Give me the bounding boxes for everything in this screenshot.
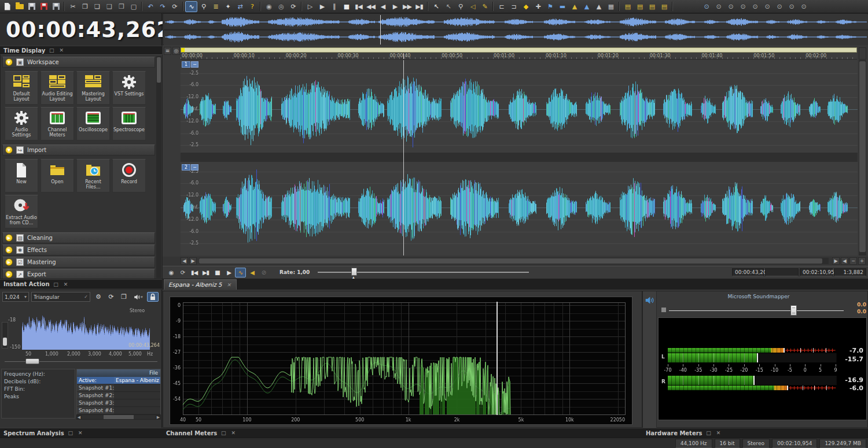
statistics-icon[interactable]: ▦ [605,1,617,12]
sidebar-item-new[interactable]: New [5,159,38,192]
overview-canvas[interactable] [164,14,868,45]
time-ruler[interactable]: 00:00:0000:00:1000:00:2000:00:3000:00:40… [181,53,857,60]
save-icon[interactable] [25,1,38,12]
vertical-scrollbar[interactable] [859,60,866,256]
slider-track[interactable] [669,310,844,311]
peak-rebuild-icon[interactable]: ▲ [580,1,593,12]
step-forward-icon[interactable]: ▶ [389,1,401,12]
step-back-icon[interactable]: ◀ [377,1,389,12]
waveform-canvas[interactable] [181,60,858,256]
sidebar-item-channel-meters[interactable]: Channel Meters [41,107,74,140]
table-row[interactable]: Snapshot #4: [77,407,160,414]
sidebar-item-mastering-layout[interactable]: Mastering Layout [76,71,110,105]
fx-slot-3-icon[interactable]: ⊙ [737,1,749,12]
cut-icon[interactable]: ✂ [67,1,79,12]
drop-marker-icon[interactable]: ◆ [520,1,532,12]
record-button[interactable]: ◉ [165,268,176,277]
slider-thumb[interactable] [3,338,7,346]
repeat-icon[interactable]: ⟳ [168,1,181,12]
monitor-playback-icon[interactable]: ▾ [131,292,146,302]
snapshot-icon[interactable]: ❐ [118,292,130,302]
table-scrollbar[interactable]: ◀ ▶ [76,414,161,420]
undo-icon[interactable]: ↶ [144,1,156,12]
section-header-mastering[interactable]: ▶☑Mastering [2,257,155,268]
speaker-icon[interactable] [645,295,654,306]
mute-button[interactable]: ⊘ [258,268,269,277]
slider-thumb[interactable] [790,305,797,316]
float-window-icon[interactable]: □ [220,430,227,436]
scroll-left-button[interactable]: ◀ [181,257,188,265]
marker-flag-icon[interactable]: ⚑ [544,1,556,12]
zoom-select-icon[interactable]: ⚲ [454,1,466,12]
sidebar-item-vst-settings[interactable]: VST Settings [112,71,146,105]
sidebar-item-audio-settings[interactable]: Audio Settings [5,107,38,140]
close-icon[interactable]: ✕ [230,430,237,436]
pencil-tool-icon[interactable]: ✎ [479,1,491,12]
horizontal-scrollbar[interactable] [199,258,829,264]
close-icon[interactable]: ✕ [77,430,84,436]
burn-track-icon[interactable]: ▤ [621,1,634,12]
zoom-ratio-field[interactable]: 1:3,882 [834,268,866,276]
slider-thumb[interactable] [351,268,357,276]
fx-slot-8-icon[interactable]: ⊙ [797,1,810,12]
expand-icon[interactable]: ▶ [5,234,13,242]
minimize-channel-icon[interactable]: − [191,61,198,68]
lock-tape-icon[interactable]: ▤ [646,1,658,12]
gain-link-icon[interactable] [661,308,666,312]
fx-slot-6-icon[interactable]: ⊙ [773,1,785,12]
minimize-channel-icon[interactable]: − [191,164,198,171]
close-icon[interactable]: ✕ [225,282,232,288]
zoom-in-button[interactable]: + [858,257,866,265]
play-icon[interactable]: ▶ [316,1,328,12]
spectrum-analysis-tab[interactable]: Spectrum Analysis [3,430,64,436]
sidebar-scrollbar[interactable] [156,56,161,278]
table-row[interactable]: Snapshot #2: [77,392,160,399]
go-to-end-button[interactable]: ▶▮ [200,268,211,277]
table-header[interactable]: File [77,369,160,377]
close-icon[interactable]: ✕ [58,47,65,54]
scrollbar-thumb[interactable] [199,258,822,264]
sidebar-item-audio-editing-layout[interactable]: Audio Editing Layout [41,71,74,105]
db-zoom-slider[interactable] [2,322,8,349]
document-tab[interactable]: Espana - Albeniz 5 ✕ [164,279,237,290]
channel-number[interactable]: 1 [182,61,190,68]
go-to-start-icon[interactable]: ▮◀ [352,1,365,12]
sidebar-item-default-layout[interactable]: Default Layout [5,71,38,105]
refresh-icon[interactable]: ⟳ [105,292,117,302]
table-row[interactable]: Snapshot #3: [77,399,160,407]
sidebar-item-open[interactable]: Open [41,159,74,192]
section-header-cleaning[interactable]: ▶▨Cleaning [2,232,155,243]
play-all-icon[interactable]: ▷ [304,1,316,12]
lock-icon[interactable] [147,292,159,302]
fx-favorites-icon[interactable]: ⊙ [700,1,712,12]
close-icon[interactable]: ✕ [715,430,722,436]
write-protect-icon[interactable]: ▤ [658,1,670,12]
audition-icon[interactable]: ◁ [466,1,479,12]
refresh-icon[interactable]: ⟳ [287,1,299,12]
event-tool-icon[interactable]: ✦ [222,1,234,12]
fx-slot-4-icon[interactable]: ⊙ [749,1,761,12]
zoom-out-button[interactable]: − [849,257,857,265]
scrollbar-thumb[interactable] [859,61,866,252]
save-as-icon[interactable] [38,1,50,12]
close-icon[interactable]: ✕ [62,281,69,288]
slider-track[interactable] [318,272,529,273]
audition-button[interactable]: ◀ [247,268,258,277]
fft-size-select[interactable]: 1,024▾ [2,292,29,302]
sidebar-item-recent-files[interactable]: Recent Files... [76,159,110,192]
sidebar-item-record[interactable]: Record [112,159,146,192]
sidebar-item-spectroscope[interactable]: Spectroscope [112,107,146,140]
sidebar-item-extract-audio-from-cd[interactable]: Extract Audio from CD... [5,195,38,228]
hardware-meters-tab[interactable]: Hardware Meters [646,430,703,436]
zoom-selection-button[interactable]: ▶ [832,257,840,265]
stop-icon[interactable]: ■ [340,1,352,12]
scrollbar-thumb[interactable] [157,57,161,83]
stop-button[interactable]: ■ [212,268,223,277]
fx-slot-2-icon[interactable]: ⊙ [724,1,737,12]
fx-slot-5-icon[interactable]: ⊙ [761,1,773,12]
section-header-import[interactable]: ▼↪Import [2,145,155,155]
float-window-icon[interactable]: □ [67,430,74,436]
settings-icon[interactable]: ⚙ [93,292,104,302]
peak-build-icon[interactable]: ▲ [568,1,580,12]
channel-number[interactable]: 2 [182,164,190,171]
